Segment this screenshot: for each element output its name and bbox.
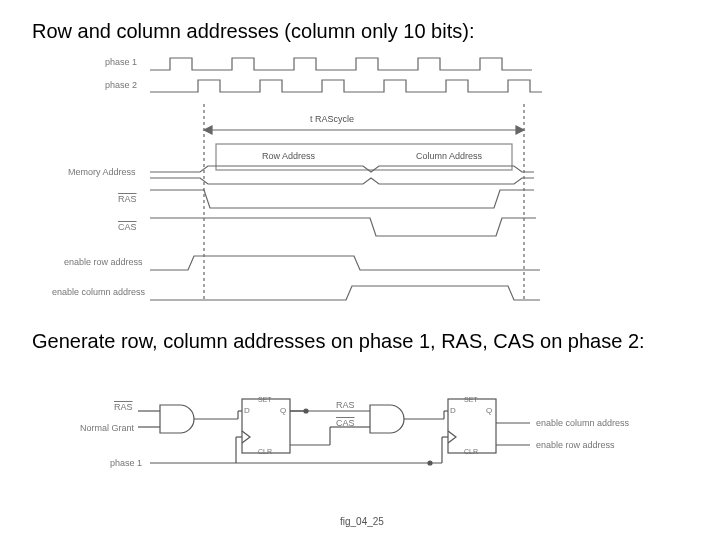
- circ-label-normal-grant: Normal Grant: [80, 423, 134, 433]
- heading-top: Row and column addresses (column only 10…: [32, 20, 474, 43]
- heading-mid-line1: Generate row, column addresses on phase …: [32, 330, 645, 353]
- figure-id: fig_04_25: [340, 516, 384, 527]
- timing-diagram: [140, 50, 560, 310]
- label-memory-address: Memory Address: [68, 167, 136, 177]
- circuit-diagram: [130, 395, 550, 475]
- label-enable-row: enable row address: [64, 257, 143, 267]
- svg-rect-20: [448, 399, 496, 453]
- label-enable-col: enable column address: [52, 287, 145, 297]
- label-ras: RAS: [118, 194, 137, 204]
- label-cas: CAS: [118, 222, 137, 232]
- svg-rect-9: [242, 399, 290, 453]
- label-phase1: phase 1: [105, 57, 137, 67]
- svg-point-15: [304, 409, 308, 413]
- label-phase2: phase 2: [105, 80, 137, 90]
